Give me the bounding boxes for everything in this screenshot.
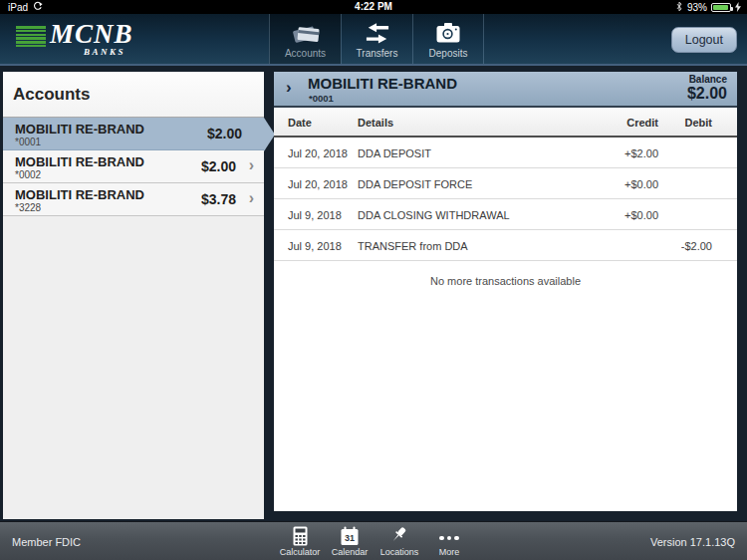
- txn-details: TRANSFER from DDA: [358, 240, 468, 252]
- tab-transfers-label: Transfers: [357, 48, 398, 59]
- more-button[interactable]: More: [424, 525, 474, 557]
- battery-percent: 93%: [687, 2, 707, 13]
- balance-label: Balance: [687, 74, 727, 85]
- app-version-label: Version 17.1.13Q: [650, 536, 735, 548]
- account-number: *3228: [15, 202, 41, 213]
- account-number: *0001: [15, 137, 41, 147]
- txn-debit: -$2.00: [681, 240, 712, 252]
- txn-details: DDA CLOSING WITHDRAWAL: [358, 209, 510, 221]
- calculator-label: Calculator: [275, 547, 325, 557]
- calendar-icon: 31: [325, 525, 374, 546]
- account-number: *0002: [15, 169, 41, 180]
- sidebar-header: Accounts: [3, 72, 264, 118]
- account-name: MOBILITI RE-BRAND: [15, 122, 144, 137]
- disclosure-chevron-icon: ›: [286, 78, 292, 98]
- account-name: MOBILITI RE-BRAND: [15, 154, 144, 169]
- account-row-3228[interactable]: MOBILITI RE-BRAND *3228 $3.78 ›: [3, 183, 264, 216]
- txn-date: Jul 9, 2018: [288, 209, 342, 221]
- charging-bolt-icon: [735, 2, 741, 14]
- card-icon: [291, 20, 321, 46]
- bluetooth-icon: [675, 1, 683, 14]
- chevron-right-icon: ›: [249, 156, 254, 174]
- accounts-sidebar: Accounts MOBILITI RE-BRAND *0001 $2.00 M…: [3, 72, 264, 519]
- footer-toolbar: Member FDIC Calculator: [0, 521, 747, 560]
- tab-accounts-label: Accounts: [285, 48, 326, 59]
- column-header-date: Date: [288, 117, 312, 129]
- transactions-panel: › MOBILITI RE-BRAND *0001 Balance $2.00 …: [274, 72, 737, 511]
- locations-button[interactable]: Locations: [374, 525, 424, 557]
- column-header-debit: Debit: [685, 117, 713, 129]
- tab-transfers[interactable]: Transfers: [341, 14, 412, 64]
- transaction-row[interactable]: Jul 20, 2018 DDA DEPOSIT +$2.00: [274, 138, 737, 168]
- logo-bars-icon: [16, 26, 46, 47]
- account-balance: $2.00: [207, 126, 242, 141]
- clock: 4:22 PM: [0, 1, 747, 12]
- no-more-transactions-message: No more transactions available: [274, 261, 737, 287]
- footer-tools: Calculator 31 Calendar: [275, 525, 474, 557]
- logo-name: MCNB: [50, 21, 133, 48]
- balance-block: Balance $2.00: [687, 74, 727, 103]
- more-label: More: [424, 547, 474, 557]
- column-header-details: Details: [358, 117, 393, 129]
- member-fdic-label: Member FDIC: [12, 536, 81, 548]
- txn-details: DDA DEPOSIT FORCE: [358, 178, 472, 190]
- selected-account-header[interactable]: › MOBILITI RE-BRAND *0001 Balance $2.00: [274, 72, 737, 108]
- svg-text:31: 31: [345, 533, 355, 543]
- tab-accounts[interactable]: Accounts: [269, 14, 341, 64]
- sidebar-title: Accounts: [3, 72, 264, 118]
- pushpin-icon: [374, 525, 424, 546]
- account-name: MOBILITI RE-BRAND: [15, 187, 144, 202]
- mcnb-logo: MCNB BANKS: [16, 21, 133, 57]
- txn-credit: +$0.00: [624, 178, 658, 190]
- transactions-table-header: Date Details Credit Debit: [274, 108, 737, 138]
- calendar-button[interactable]: 31 Calendar: [325, 525, 374, 557]
- txn-credit: +$0.00: [624, 209, 658, 221]
- battery-icon: [711, 3, 731, 12]
- account-row-0002[interactable]: MOBILITI RE-BRAND *0002 $2.00 ›: [3, 150, 264, 183]
- banking-app-window: iPad 4:22 PM 93% MCNB BANKS: [0, 0, 747, 560]
- ellipsis-icon: [424, 525, 474, 546]
- txn-date: Jul 9, 2018: [288, 240, 342, 252]
- main-nav-tabs: Accounts Transfers: [269, 14, 484, 64]
- camera-icon: [435, 20, 461, 46]
- calculator-icon: [275, 525, 325, 546]
- account-row-0001[interactable]: MOBILITI RE-BRAND *0001 $2.00: [3, 118, 264, 150]
- transaction-row[interactable]: Jul 20, 2018 DDA DEPOSIT FORCE +$0.00: [274, 168, 737, 199]
- txn-credit: +$2.00: [624, 147, 658, 159]
- tab-deposits[interactable]: Deposits: [412, 14, 484, 64]
- balance-value: $2.00: [687, 85, 727, 103]
- txn-details: DDA DEPOSIT: [358, 147, 431, 159]
- transaction-row[interactable]: Jul 9, 2018 DDA CLOSING WITHDRAWAL +$0.0…: [274, 199, 737, 230]
- txn-date: Jul 20, 2018: [288, 178, 348, 190]
- calendar-label: Calendar: [325, 547, 374, 557]
- account-balance: $2.00: [201, 158, 236, 174]
- transfer-arrows-icon: [366, 20, 389, 46]
- tab-deposits-label: Deposits: [429, 48, 468, 59]
- selected-account-number: *0001: [309, 93, 334, 104]
- app-header: MCNB BANKS Accounts: [0, 14, 747, 66]
- ios-status-bar: iPad 4:22 PM 93%: [0, 0, 747, 14]
- logout-button[interactable]: Logout: [671, 27, 737, 53]
- account-balance: $3.78: [201, 191, 236, 207]
- column-header-credit: Credit: [626, 117, 658, 129]
- chevron-right-icon: ›: [249, 189, 254, 207]
- txn-date: Jul 20, 2018: [288, 147, 348, 159]
- selected-account-name: MOBILITI RE-BRAND: [308, 75, 457, 92]
- transaction-row[interactable]: Jul 9, 2018 TRANSFER from DDA -$2.00: [274, 230, 737, 261]
- calculator-button[interactable]: Calculator: [275, 525, 325, 557]
- locations-label: Locations: [374, 547, 424, 557]
